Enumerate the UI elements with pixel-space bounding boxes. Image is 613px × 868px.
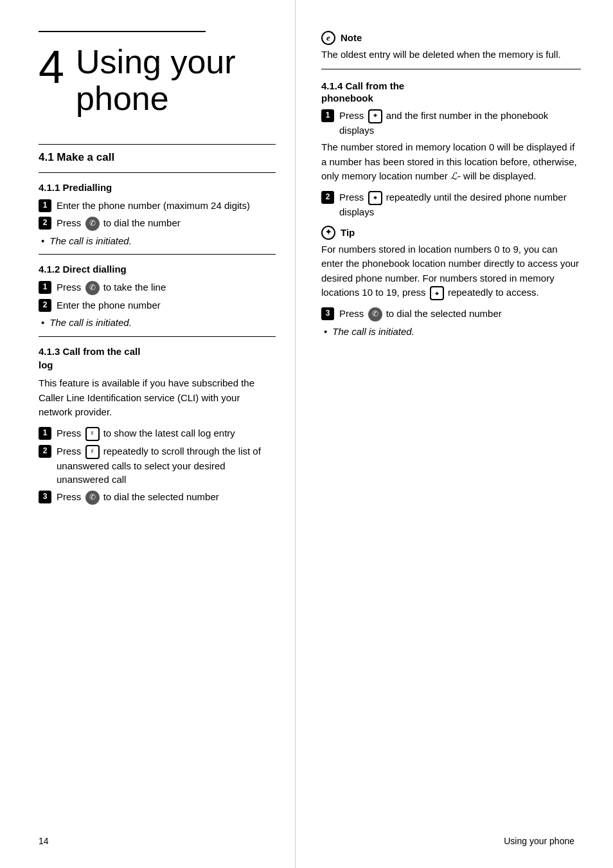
footer-section-title: Using your phone <box>504 835 574 847</box>
direct-dialling-step-1: 1 Press ✆ to take the line <box>39 280 276 295</box>
call-log-icon-1: ♯ <box>85 427 100 441</box>
step-badge-3: 1 <box>39 281 51 294</box>
section-4-1-4-heading: 4.1.4 Call from thephonebook <box>321 80 581 105</box>
predialling-steps: 1 Enter the phone number (maximum 24 dig… <box>39 199 276 231</box>
phonebook-step-3-text: Press ✆ to dial the selected number <box>339 307 502 321</box>
chapter-number: 4 <box>39 44 64 90</box>
predialling-step-1: 1 Enter the phone number (maximum 24 dig… <box>39 199 276 213</box>
tip-title: ✦ Tip <box>321 226 581 240</box>
phonebook-icon-tip: ⌖ <box>430 286 444 300</box>
bullet-dot-3: • <box>324 325 327 339</box>
section-4-1-3-intro: This feature is available if you have su… <box>39 376 276 420</box>
section-4-1-3: 4.1.3 Call from the calllog This feature… <box>39 345 276 505</box>
direct-dialling-step-1-text: Press ✆ to take the line <box>57 280 166 295</box>
bullet-dot-1: • <box>41 234 44 248</box>
section-4-1-rule <box>39 144 276 145</box>
predialling-step-2: 2 Press ✆ to dial the number <box>39 216 276 231</box>
tip-text: For numbers stored in location numbers 0… <box>321 242 581 301</box>
step-badge-4: 2 <box>39 299 51 312</box>
phonebook-icon-1: ⌖ <box>368 109 382 123</box>
phonebook-step-3: 3 Press ✆ to dial the selected number <box>321 307 581 321</box>
section-4-1-1-rule <box>39 254 276 255</box>
section-4-1-bottom-rule <box>39 172 276 173</box>
step-badge-2: 2 <box>39 217 51 230</box>
section-4-1-2: 4.1.2 Direct dialling 1 Press ✆ to take … <box>39 262 276 336</box>
call-log-icon-2: ♯ <box>85 445 100 459</box>
direct-dialling-bullet-text: The call is initiated. <box>49 316 132 330</box>
phonebook-bullet-text: The call is initiated. <box>332 325 414 339</box>
phonebook-bullet: • The call is initiated. <box>321 325 581 339</box>
direct-dialling-step-2-text: Enter the phone number <box>57 298 161 312</box>
step-badge-8: 1 <box>321 109 334 122</box>
direct-dialling-steps: 1 Press ✆ to take the line 2 Enter the p… <box>39 280 276 312</box>
call-log-steps: 1 Press ♯ to show the latest call log en… <box>39 426 276 505</box>
call-log-step-1-text: Press ♯ to show the latest call log entr… <box>57 426 235 441</box>
chapter-title: Using your phone <box>76 44 276 117</box>
section-4-1-heading: 4.1 Make a call <box>39 150 276 166</box>
note-icon: e <box>321 31 335 45</box>
tip-box: ✦ Tip For numbers stored in location num… <box>321 226 581 301</box>
section-4-1: 4.1 Make a call <box>39 144 276 173</box>
predialling-bullet-text: The call is initiated. <box>49 234 132 248</box>
section-4-1-2-rule <box>39 336 276 337</box>
step-badge-6: 2 <box>39 445 51 458</box>
call-log-step-1: 1 Press ♯ to show the latest call log en… <box>39 426 276 441</box>
note-text: The oldest entry will be deleted when th… <box>321 48 581 62</box>
step-badge-9: 2 <box>321 191 334 204</box>
phonebook-step-2-text: Press ⌖ repeatedly until the desired pho… <box>339 190 581 219</box>
footer-page-number: 14 <box>39 835 49 847</box>
predialling-step-1-text: Enter the phone number (maximum 24 digit… <box>57 199 250 213</box>
bullet-dot-2: • <box>41 316 44 330</box>
handset-icon-3: ✆ <box>85 491 100 505</box>
phonebook-step-1-text: Press ⌖ and the first number in the phon… <box>339 109 581 138</box>
note-label: Note <box>341 31 362 45</box>
phonebook-step-2: 2 Press ⌖ repeatedly until the desired p… <box>321 190 581 219</box>
phonebook-icon-2: ⌖ <box>368 191 382 205</box>
step-badge-7: 3 <box>39 491 51 503</box>
phonebook-steps-3: 3 Press ✆ to dial the selected number <box>321 307 581 321</box>
call-log-step-2-text: Press ♯ repeatedly to scroll through the… <box>57 444 276 487</box>
tip-icon: ✦ <box>321 226 335 240</box>
direct-dialling-bullet: • The call is initiated. <box>39 316 276 330</box>
predialling-bullet: • The call is initiated. <box>39 234 276 248</box>
phonebook-body: The number stored in memory location 0 w… <box>321 140 581 184</box>
section-4-1-1: 4.1.1 Predialling 1 Enter the phone numb… <box>39 181 276 255</box>
predialling-step-2-text: Press ✆ to dial the number <box>57 216 181 231</box>
footer: 14 Using your phone <box>0 835 613 847</box>
note-box: e Note The oldest entry will be deleted … <box>321 31 581 69</box>
direct-dialling-step-2: 2 Enter the phone number <box>39 298 276 312</box>
left-column: 4 Using your phone 4.1 Make a call 4.1.1… <box>0 0 296 868</box>
call-log-step-3: 3 Press ✆ to dial the selected number <box>39 490 276 505</box>
phonebook-steps: 1 Press ⌖ and the first number in the ph… <box>321 109 581 138</box>
chapter-rule <box>39 31 206 32</box>
call-log-step-3-text: Press ✆ to dial the selected number <box>57 490 219 505</box>
phonebook-step-1: 1 Press ⌖ and the first number in the ph… <box>321 109 581 138</box>
tip-label: Tip <box>341 226 355 240</box>
step-badge-1: 1 <box>39 199 51 212</box>
handset-icon-4: ✆ <box>368 307 382 321</box>
section-4-1-3-heading: 4.1.3 Call from the calllog <box>39 345 276 373</box>
right-column: e Note The oldest entry will be deleted … <box>296 0 613 868</box>
section-4-1-4: 4.1.4 Call from thephonebook 1 Press ⌖ a… <box>321 80 581 339</box>
note-rule <box>321 69 581 69</box>
handset-icon-2: ✆ <box>85 281 100 295</box>
section-4-1-1-heading: 4.1.1 Predialling <box>39 181 276 195</box>
section-4-1-2-heading: 4.1.2 Direct dialling <box>39 262 276 276</box>
handset-icon-1: ✆ <box>85 217 100 231</box>
phonebook-steps-2: 2 Press ⌖ repeatedly until the desired p… <box>321 190 581 219</box>
step-badge-5: 1 <box>39 427 51 440</box>
note-title: e Note <box>321 31 581 45</box>
call-log-step-2: 2 Press ♯ repeatedly to scroll through t… <box>39 444 276 487</box>
step-badge-10: 3 <box>321 307 334 320</box>
